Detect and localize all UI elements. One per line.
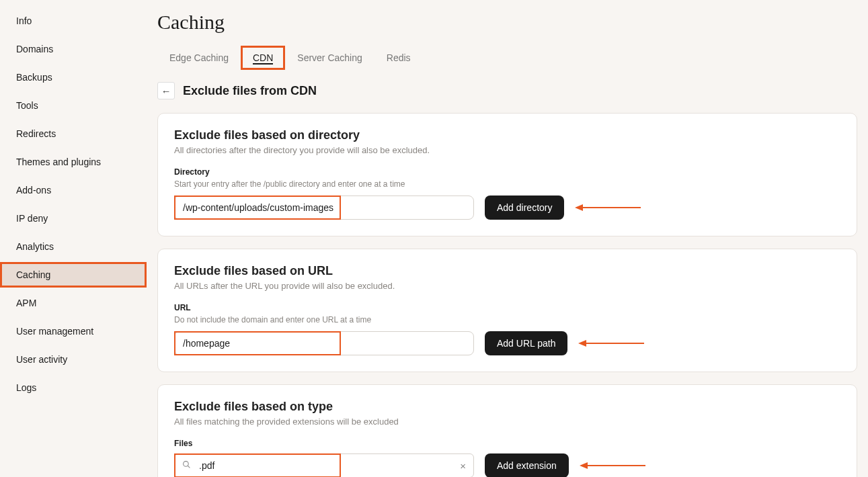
main-content: Caching Edge Caching CDN Server Caching … [147, 0, 868, 477]
sidebar-item-analytics[interactable]: Analytics [0, 234, 147, 259]
card-title: Exclude files based on URL [174, 264, 840, 278]
sidebar-item-info[interactable]: Info [0, 8, 147, 34]
sidebar-item-tools[interactable]: Tools [0, 93, 147, 118]
card-title: Exclude files based on directory [174, 128, 840, 142]
url-input[interactable] [174, 331, 474, 355]
sidebar: Info Domains Backups Tools Redirects The… [0, 0, 147, 477]
field-label-directory: Directory [174, 167, 840, 177]
subtitle-row: ← Exclude files from CDN [157, 82, 857, 99]
input-row-url: Add URL path [174, 331, 840, 355]
card-exclude-url: Exclude files based on URL All URLs afte… [157, 249, 857, 372]
sidebar-item-apm[interactable]: APM [0, 290, 147, 316]
sidebar-item-ip-deny[interactable]: IP deny [0, 206, 147, 231]
add-extension-button[interactable]: Add extension [485, 453, 569, 477]
tab-redis[interactable]: Redis [374, 46, 423, 70]
sidebar-item-logs[interactable]: Logs [0, 375, 147, 400]
field-label-url: URL [174, 303, 840, 312]
field-label-files: Files [174, 439, 840, 448]
card-desc: All URLs after the URL you provide will … [174, 281, 840, 291]
tab-server-caching[interactable]: Server Caching [285, 46, 374, 70]
input-row-type: × Add extension [174, 453, 840, 477]
sidebar-item-domains[interactable]: Domains [0, 36, 147, 62]
card-desc: All directories after the directory you … [174, 145, 840, 155]
field-hint-url: Do not include the domain and enter one … [174, 315, 840, 324]
card-exclude-directory: Exclude files based on directory All dir… [157, 113, 857, 236]
directory-input[interactable] [174, 196, 474, 220]
tab-edge-caching[interactable]: Edge Caching [157, 46, 241, 70]
card-exclude-type: Exclude files based on type All files ma… [157, 384, 857, 477]
extension-input[interactable] [174, 453, 474, 477]
sidebar-item-user-management[interactable]: User management [0, 318, 147, 344]
clear-icon[interactable]: × [460, 460, 466, 472]
sidebar-item-redirects[interactable]: Redirects [0, 121, 147, 146]
sidebar-item-backups[interactable]: Backups [0, 64, 147, 90]
back-button[interactable]: ← [157, 82, 175, 99]
add-url-path-button[interactable]: Add URL path [485, 331, 567, 355]
field-hint-directory: Start your entry after the /public direc… [174, 179, 840, 189]
page-subtitle: Exclude files from CDN [183, 84, 317, 98]
sidebar-item-caching[interactable]: Caching [0, 262, 147, 288]
add-directory-button[interactable]: Add directory [485, 196, 564, 220]
arrow-left-icon: ← [161, 85, 171, 97]
card-desc: All files matching the provided extensio… [174, 417, 840, 427]
tabs: Edge Caching CDN Server Caching Redis [157, 46, 857, 70]
sidebar-item-themes-plugins[interactable]: Themes and plugins [0, 149, 147, 175]
annotation-arrow [578, 340, 644, 347]
tab-cdn[interactable]: CDN [241, 46, 285, 70]
annotation-arrow [580, 462, 645, 469]
input-row-directory: Add directory [174, 196, 840, 220]
card-title: Exclude files based on type [174, 400, 840, 414]
page-title: Caching [157, 11, 857, 34]
annotation-arrow [575, 204, 641, 211]
sidebar-item-user-activity[interactable]: User activity [0, 347, 147, 372]
sidebar-item-add-ons[interactable]: Add-ons [0, 177, 147, 203]
